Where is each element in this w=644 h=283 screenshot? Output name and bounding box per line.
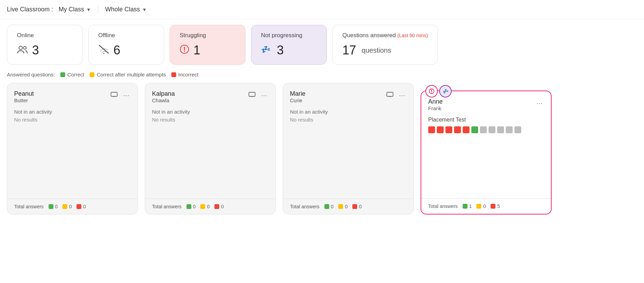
answer-dot: [445, 126, 452, 133]
anne-correct-count: 1: [469, 203, 472, 209]
peanut-incorrect-dot: [77, 204, 81, 209]
header: Live Classroom : My Class ▼ Whole Class …: [0, 0, 644, 19]
peanut-name-block: Peanut Butter: [14, 90, 34, 103]
my-class-dropdown[interactable]: My Class ▼: [56, 4, 94, 14]
kalpana-name-block: Kalpana Chawla: [152, 90, 175, 103]
peanut-correct-stat: 0: [49, 204, 58, 209]
student-card-marie: Marie Curie ⋯ Not in an activity No resu…: [283, 83, 414, 214]
kalpana-correct-multiple-stat: 0: [200, 204, 210, 209]
marie-incorrect-dot: [352, 204, 357, 209]
incorrect-label: Incorrect: [178, 72, 198, 77]
svg-rect-11: [249, 92, 255, 96]
svg-point-1: [23, 46, 26, 49]
marie-correct-count: 0: [331, 204, 334, 209]
online-value-row: 3: [17, 43, 73, 57]
answer-dot: [497, 126, 504, 133]
anne-correct-multiple-stat: 0: [476, 203, 486, 209]
questions-answered-card: Questions answered (Last 90 mins) 17 que…: [332, 25, 438, 65]
peanut-firstname: Peanut: [14, 90, 34, 97]
marie-more-btn[interactable]: ⋯: [398, 90, 406, 101]
marie-name-block: Marie Curie: [290, 90, 305, 103]
kalpana-lastname: Chawla: [152, 97, 175, 103]
peanut-card-body: Not in an activity No results: [7, 103, 138, 199]
peanut-screen-btn[interactable]: [109, 91, 119, 101]
header-separator: [98, 6, 98, 14]
anne-activity-name: Placement Test: [428, 117, 544, 123]
legend-incorrect: Incorrect: [171, 72, 198, 77]
answer-dot: [437, 126, 444, 133]
marie-card-actions: ⋯: [385, 90, 406, 101]
kalpana-more-btn[interactable]: ⋯: [260, 90, 269, 101]
offline-icon: [98, 44, 109, 56]
marie-incorrect-stat: 0: [352, 204, 362, 209]
anne-struggling-badge: [425, 85, 438, 97]
questions-answered-subtitle: (Last 90 mins): [398, 33, 428, 38]
correct-multiple-label: Correct after multiple attempts: [97, 72, 166, 77]
kalpana-card-actions: ⋯: [247, 90, 269, 101]
answer-dot: [514, 126, 521, 133]
answer-dot: [471, 126, 478, 133]
online-count: 3: [32, 43, 39, 57]
answer-dot: [454, 126, 461, 133]
marie-correct-multiple-count: 0: [345, 204, 348, 209]
questions-answered-title: Questions answered (Last 90 mins): [342, 32, 428, 39]
anne-correct-multiple-dot: [476, 204, 481, 209]
svg-text:💤: 💤: [261, 45, 271, 54]
marie-incorrect-count: 0: [359, 204, 362, 209]
marie-card-footer: Total answers 0 0 0: [283, 199, 413, 214]
anne-incorrect-stat: 5: [491, 203, 500, 209]
peanut-incorrect-count: 0: [83, 204, 86, 209]
whole-class-chevron-icon: ▼: [142, 7, 147, 12]
kalpana-card-body: Not in an activity No results: [145, 103, 275, 199]
legend-correct-multiple: Correct after multiple attempts: [90, 72, 166, 77]
legend-row: Answered questions: Correct Correct afte…: [0, 70, 644, 83]
anne-incorrect-dot: [491, 204, 495, 209]
kalpana-correct-multiple-count: 0: [207, 204, 210, 209]
offline-card: Offline 6: [88, 25, 164, 65]
peanut-correct-count: 0: [55, 204, 58, 209]
cards-grid: Peanut Butter ⋯ Not in an activity No re…: [0, 83, 644, 221]
struggling-value-row: 1: [180, 43, 235, 57]
whole-class-dropdown[interactable]: Whole Class ▼: [102, 4, 150, 14]
peanut-more-btn[interactable]: ⋯: [122, 90, 131, 101]
live-classroom-label: Live Classroom :: [7, 6, 53, 13]
kalpana-card-footer: Total answers 0 0 0: [145, 199, 275, 214]
anne-card-body: Placement Test: [421, 111, 551, 198]
anne-lastname: Frank: [428, 105, 443, 111]
correct-multiple-dot: [90, 72, 94, 77]
peanut-activity: Not in an activity: [14, 109, 131, 115]
not-progressing-value-row: 💤 3: [261, 43, 317, 57]
answer-dot: [489, 126, 495, 133]
svg-point-0: [19, 46, 22, 50]
anne-badges: 💤: [425, 85, 452, 97]
questions-answered-value-row: 17 questions: [342, 43, 428, 57]
kalpana-correct-dot: [187, 204, 191, 209]
kalpana-correct-multiple-dot: [200, 204, 205, 209]
anne-name-block: Anne Frank: [428, 98, 443, 111]
kalpana-card-header: Kalpana Chawla ⋯: [145, 83, 275, 103]
marie-card-body: Not in an activity No results: [283, 103, 413, 199]
kalpana-screen-btn[interactable]: [247, 91, 257, 101]
svg-point-19: [431, 92, 432, 93]
whole-class-label: Whole Class: [105, 6, 140, 13]
student-card-kalpana: Kalpana Chawla ⋯ Not in an activity No r…: [145, 83, 276, 214]
incorrect-dot: [171, 72, 176, 77]
anne-answer-dots: [428, 126, 544, 133]
svg-point-3: [103, 53, 104, 54]
struggling-title: Struggling: [180, 32, 235, 39]
student-card-peanut: Peanut Butter ⋯ Not in an activity No re…: [7, 83, 138, 214]
kalpana-incorrect-count: 0: [221, 204, 224, 209]
anne-more-btn[interactable]: ⋯: [535, 98, 544, 108]
peanut-incorrect-stat: 0: [77, 204, 86, 209]
marie-screen-btn[interactable]: [385, 91, 395, 101]
offline-count: 6: [113, 43, 120, 57]
marie-correct-stat: 0: [324, 204, 334, 209]
online-card: Online 3: [7, 25, 83, 65]
peanut-correct-dot: [49, 204, 53, 209]
not-progressing-card: Not progressing 💤 3: [251, 25, 327, 65]
svg-rect-14: [387, 92, 393, 96]
kalpana-activity: Not in an activity: [152, 109, 269, 115]
student-card-anne: 💤 Anne Frank ⋯ Placement Test Total answ…: [421, 91, 552, 214]
anne-correct-multiple-count: 0: [483, 203, 486, 209]
struggling-card[interactable]: Struggling 1: [170, 25, 245, 65]
